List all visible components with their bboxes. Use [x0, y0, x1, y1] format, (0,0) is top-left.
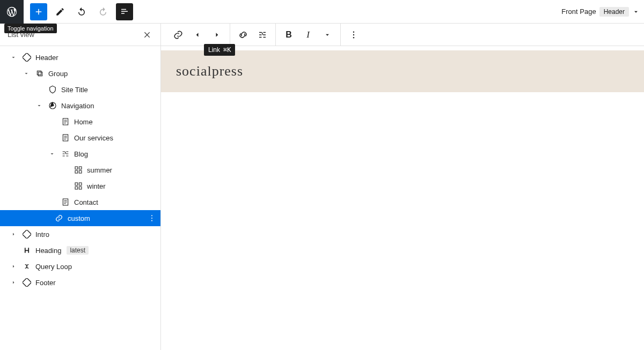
tree-heading-badge: latest: [67, 246, 89, 255]
format-bold-button[interactable]: B: [279, 25, 298, 44]
page-icon: [60, 117, 71, 126]
svg-rect-7: [79, 167, 82, 169]
tree-node-header[interactable]: Header: [0, 49, 160, 65]
template-part-icon: [21, 278, 32, 287]
tree-node-navigation[interactable]: Navigation: [0, 98, 160, 114]
category-icon: [73, 166, 84, 174]
heading-icon: [21, 247, 32, 254]
tree-label: custom: [68, 214, 90, 222]
tree-node-group[interactable]: Group: [0, 65, 160, 81]
svg-rect-8: [75, 170, 78, 173]
navigation-icon: [47, 101, 58, 110]
custom-link-icon: [54, 214, 64, 222]
undo-button[interactable]: [73, 3, 90, 20]
svg-point-22: [353, 37, 354, 38]
block-move-next-button[interactable]: [207, 25, 226, 44]
page-icon: [60, 133, 71, 142]
svg-rect-11: [79, 183, 82, 185]
page-icon: [60, 198, 71, 206]
wordpress-logo[interactable]: [0, 0, 24, 24]
tree-label: Query Loop: [35, 263, 72, 271]
tree-node-footer[interactable]: Footer: [0, 274, 160, 291]
tree-node-heading[interactable]: Heading latest: [0, 242, 160, 258]
header-template-part[interactable]: socialpress: [161, 50, 644, 92]
tree-node-query-loop[interactable]: Query Loop: [0, 258, 160, 274]
tree-label: Navigation: [61, 102, 94, 110]
svg-point-20: [353, 31, 354, 32]
query-loop-icon: [21, 262, 32, 271]
tree-node-home[interactable]: Home: [0, 114, 160, 130]
tree-label: summer: [87, 166, 112, 174]
breadcrumb-page: Front Page: [561, 8, 596, 16]
tree-label: Our services: [74, 134, 113, 142]
chevron-right-icon: [9, 279, 18, 286]
svg-rect-1: [37, 71, 41, 75]
format-link-button[interactable]: [233, 25, 253, 44]
edit-tool-button[interactable]: [52, 3, 69, 20]
block-options-button[interactable]: [344, 25, 363, 44]
tree-label: Heading: [35, 247, 61, 255]
tree-label: Blog: [74, 150, 88, 158]
tree-node-summer[interactable]: summer: [0, 162, 160, 178]
chevron-down-icon: [632, 8, 640, 16]
tree-node-intro[interactable]: Intro: [0, 226, 160, 242]
chevron-down-icon: [21, 70, 31, 77]
svg-rect-19: [23, 278, 31, 287]
svg-rect-12: [75, 187, 78, 189]
tree-node-blog[interactable]: Blog: [0, 146, 160, 162]
category-icon: [73, 182, 84, 190]
chevron-right-icon: [9, 231, 18, 237]
tree-node-winter[interactable]: winter: [0, 178, 160, 194]
tree-label: winter: [87, 182, 106, 190]
breadcrumb[interactable]: Front Page Header: [561, 7, 640, 17]
list-view-button[interactable]: [116, 3, 133, 20]
tree-label: Site Title: [61, 86, 88, 94]
chevron-right-icon: [9, 263, 18, 270]
tooltip-link: Link ⌘K: [204, 44, 235, 56]
tooltip-link-shortcut: ⌘K: [223, 46, 231, 54]
svg-point-21: [353, 34, 354, 35]
tree-label: Footer: [35, 279, 56, 287]
svg-rect-0: [23, 53, 31, 62]
tree-label: Home: [74, 118, 93, 126]
tree-label: Header: [35, 54, 58, 62]
format-more-button[interactable]: [318, 25, 337, 44]
breadcrumb-part-tag: Header: [599, 7, 629, 17]
chevron-down-icon: [47, 151, 57, 157]
group-icon: [34, 69, 45, 78]
svg-rect-10: [75, 183, 78, 185]
site-title-block[interactable]: socialpress: [176, 63, 629, 79]
svg-rect-2: [38, 72, 42, 76]
add-submenu-button[interactable]: [253, 25, 272, 44]
tree-label: Contact: [74, 198, 98, 206]
svg-rect-13: [79, 187, 82, 189]
tooltip-link-label: Link: [208, 46, 220, 54]
close-list-view-button[interactable]: [141, 28, 154, 41]
site-title-icon: [47, 85, 58, 94]
submenu-icon: [60, 150, 71, 158]
chevron-down-icon: [9, 54, 18, 61]
chevron-down-icon: [34, 102, 44, 109]
tree-label: Intro: [35, 230, 49, 239]
tree-node-site-title[interactable]: Site Title: [0, 81, 160, 98]
tree-node-options-button[interactable]: [148, 214, 156, 222]
svg-rect-6: [75, 167, 78, 169]
tree-node-custom-link[interactable]: custom: [0, 210, 160, 226]
svg-point-16: [151, 218, 152, 219]
svg-rect-18: [23, 230, 31, 239]
block-type-link-button[interactable]: [169, 25, 188, 44]
template-part-icon: [21, 230, 32, 239]
tooltip-toggle-navigation: Toggle navigation: [4, 24, 57, 33]
svg-point-15: [151, 215, 152, 216]
tree-node-contact[interactable]: Contact: [0, 194, 160, 210]
format-italic-button[interactable]: I: [298, 25, 318, 44]
tree-node-our-services[interactable]: Our services: [0, 130, 160, 146]
redo-button[interactable]: [94, 3, 112, 20]
svg-rect-9: [79, 170, 82, 173]
add-block-button[interactable]: [30, 3, 47, 20]
block-move-prev-button[interactable]: [188, 25, 207, 44]
tree-label: Group: [48, 70, 68, 78]
svg-point-17: [151, 220, 152, 221]
template-part-icon: [21, 53, 32, 62]
